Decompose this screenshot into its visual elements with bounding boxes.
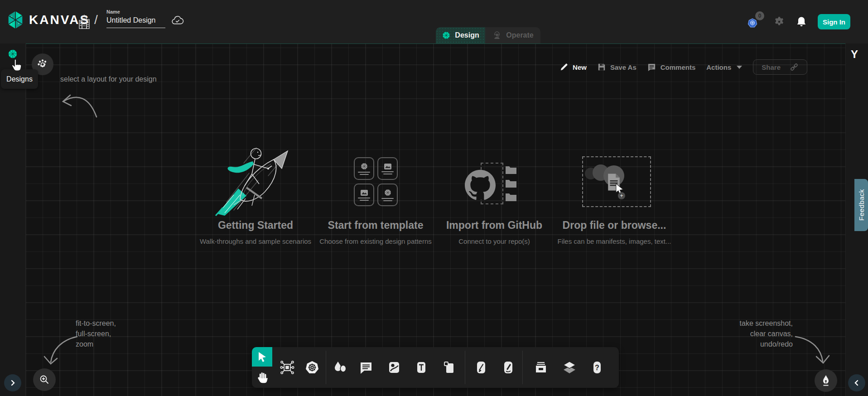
new-label: New [573,63,587,71]
template-text-line [383,174,392,174]
drop-plus-badge: + [618,192,625,199]
cursor-arrow-icon [257,351,267,363]
screenshot-hint-text: take screenshot, clear canvas, undo/redo [740,318,793,349]
layout-hint-text: select a layout for your design [60,74,157,84]
components-chip-icon [279,359,295,376]
dock-divider [522,351,523,384]
github-octocat-icon[interactable] [465,169,496,200]
save-as-button[interactable]: Save As [598,63,637,71]
svg-text:?: ? [595,364,599,372]
pen-nib-icon [820,375,831,386]
template-text-line [360,174,369,175]
notifications-bell-icon[interactable] [796,16,807,28]
shapes-tool[interactable] [332,359,348,376]
comment-tool[interactable] [358,359,374,376]
comment-bubble-icon [358,359,374,376]
layout-hint-arrow [57,89,100,121]
header: KANVAS / Name [0,0,868,43]
mode-tabs: Design Operate [436,27,540,43]
zoom-hint-arrow [40,333,81,369]
save-status-cloud-icon[interactable] [171,15,184,26]
pen-mode-button[interactable] [815,369,837,392]
feedback-tab[interactable]: Feedback [854,179,868,231]
pencil-icon [500,359,516,376]
user-avatar[interactable]: 0 [747,15,762,29]
dock-divider [465,351,465,384]
magnifier-plus-icon [39,374,50,385]
text-tool[interactable] [413,359,429,376]
template-cell-design [377,184,398,206]
template-text-line [358,198,370,198]
pen-tool[interactable] [473,359,489,376]
header-actions: 0 Sign In [747,0,850,43]
chevron-right-icon [10,380,16,386]
share-label: Share [762,63,781,71]
sign-in-button[interactable]: Sign In [818,14,850,29]
components-tool[interactable] [279,359,295,376]
drawer-tool[interactable] [533,359,549,376]
pencil-tool[interactable] [500,359,516,376]
template-text-line [360,200,369,201]
comments-label: Comments [661,63,696,71]
brand-logo[interactable]: KANVAS [6,10,90,30]
comments-button[interactable]: Comments [647,63,696,72]
template-cell-design [354,157,374,180]
kubernetes-wheel-icon [304,359,320,376]
layers-icon [561,359,578,376]
template-cell-image [354,184,374,206]
breadcrumb-separator: / [94,13,98,27]
drop-file-subtitle: Files can be manifests, images, text... [528,237,700,245]
actions-dropdown[interactable]: Actions [706,63,742,71]
repo-folder-icon [505,192,517,202]
tab-operate[interactable]: Operate [485,27,540,43]
repo-folder-icon [505,165,517,175]
drawer-tray-icon [533,359,549,376]
help-tool[interactable]: ? [589,359,605,376]
share-button[interactable]: Share [753,59,807,75]
operate-tab-icon [492,30,502,40]
save-as-label: Save As [610,63,637,71]
drop-file-title[interactable]: Drop file or browse... [533,219,696,232]
template-thumbnails[interactable] [354,157,398,206]
mouse-hand-cursor-icon [11,59,22,75]
media-tool[interactable] [386,359,402,376]
settings-gear-icon[interactable] [773,16,785,28]
template-text-line [381,171,394,172]
template-text-line [358,172,370,173]
expand-left-panel-button[interactable] [4,374,21,391]
tool-dock: ? [252,347,619,388]
layers-tool[interactable] [561,359,578,376]
comments-icon [647,63,656,72]
kanvas-app: KANVAS / Name [0,0,868,396]
rectangle-tool[interactable] [441,359,457,376]
dock-divider [326,351,326,384]
getting-started-rocket-illustration[interactable] [214,144,298,217]
new-pencil-icon [560,63,568,71]
designs-spiral-icon [7,48,18,59]
notification-count-badge: 0 [755,11,764,20]
tab-design-label: Design [455,31,479,39]
share-link-icon [790,63,799,72]
kubernetes-avatar-icon [747,18,758,29]
template-cell-image [377,157,398,180]
screenshot-hint-arrow [794,333,832,368]
chevron-left-icon [854,380,860,386]
design-name-label: Name [106,9,166,14]
design-tab-icon [442,31,451,40]
template-text-line [381,198,394,199]
select-tool[interactable] [252,347,272,367]
zoom-in-button[interactable] [33,368,56,391]
zoom-hint-text: fit-to-screen, full-screen, zoom [76,318,116,349]
kubernetes-tool[interactable] [304,359,320,376]
help-question-icon: ? [589,359,605,376]
new-button[interactable]: New [560,63,587,71]
design-actions-toolbar: New Save As Comments Actions Share [560,59,807,75]
design-name-input[interactable] [106,16,165,28]
template-text-line [383,200,392,201]
pan-tool[interactable] [252,367,272,388]
tab-operate-label: Operate [506,31,533,39]
organization-icon[interactable] [78,14,91,31]
expand-right-panel-button[interactable] [848,374,865,391]
y-dock-logo[interactable]: Y [851,48,858,61]
tab-design[interactable]: Design [436,27,485,43]
